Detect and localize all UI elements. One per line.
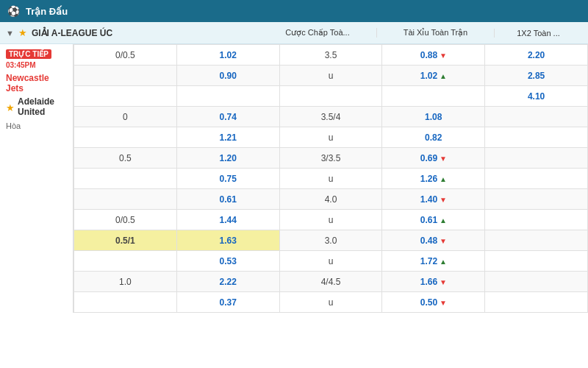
soccer-icon: ⚽ (7, 5, 20, 17)
handicap-value-cell[interactable] (176, 86, 279, 107)
1x2-value-cell[interactable] (485, 169, 588, 189)
app-container: ⚽ Trận Đấu ▼ ★ GIẢI A-LEAGUE ÚC Cược Chấ… (0, 0, 588, 313)
handicap-value-cell[interactable]: 0.37 (176, 292, 279, 313)
handicap-cell (74, 86, 177, 107)
ou-line-cell: 3.5/4 (279, 107, 382, 127)
1x2-value-cell[interactable] (485, 127, 588, 148)
draw-label: Hòa (6, 120, 67, 135)
favorite-star-icon[interactable]: ★ (6, 102, 15, 113)
ou-line-cell: 4.0 (279, 189, 382, 210)
home-team: Newcastle Jets (6, 73, 67, 93)
ou-value-cell[interactable]: 0.50 ▼ (382, 292, 485, 313)
ou-value-cell[interactable]: 0.88 ▼ (382, 45, 485, 66)
handicap-value-cell[interactable]: 0.75 (176, 169, 279, 189)
handicap-cell (74, 66, 177, 86)
1x2-value-cell[interactable] (485, 189, 588, 210)
live-col: TRỰC TIẾP 03:45PM (6, 49, 67, 70)
1x2-value-cell[interactable] (485, 107, 588, 127)
ou-value-cell[interactable]: 1.08 (382, 107, 485, 127)
handicap-value-cell[interactable]: 1.44 (176, 210, 279, 230)
live-badge: TRỰC TIẾP (6, 49, 51, 59)
1x2-value-cell[interactable] (485, 148, 588, 169)
1x2-value-cell[interactable]: 2.85 (485, 66, 588, 86)
handicap-cell: 0.5 (74, 148, 177, 169)
ou-value-cell[interactable]: 1.40 ▼ (382, 189, 485, 210)
1x2-value-cell[interactable] (485, 251, 588, 272)
1x2-value-cell[interactable] (485, 210, 588, 230)
header-title: Trận Đấu (26, 6, 68, 17)
handicap-cell (74, 169, 177, 189)
ou-value-cell[interactable]: 1.02 ▲ (382, 66, 485, 86)
handicap-cell: 1.0 (74, 272, 177, 292)
ou-line-cell: u (279, 292, 382, 313)
handicap-cell (74, 251, 177, 272)
handicap-value-cell[interactable]: 0.53 (176, 251, 279, 272)
1x2-value-cell[interactable]: 2.20 (485, 45, 588, 66)
match-info-panel: TRỰC TIẾP 03:45PM Newcastle Jets ★ Adela… (0, 44, 74, 313)
handicap-value-cell[interactable]: 1.21 (176, 127, 279, 148)
1x2-value-cell[interactable] (485, 292, 588, 313)
chevron-down-icon: ▼ (6, 29, 14, 38)
handicap-value-cell[interactable]: 0.61 (176, 189, 279, 210)
ou-line-cell: u (279, 66, 382, 86)
1x2-value-cell[interactable]: 4.10 (485, 86, 588, 107)
handicap-cell: 0 (74, 107, 177, 127)
main-content: TRỰC TIẾP 03:45PM Newcastle Jets ★ Adela… (0, 44, 588, 313)
ou-line-cell (279, 86, 382, 107)
ou-line-cell: 3/3.5 (279, 148, 382, 169)
ou-line-cell: 4/4.5 (279, 272, 382, 292)
league-name: GIẢI A-LEAGUE ÚC (32, 28, 146, 38)
ou-line-cell: u (279, 210, 382, 230)
col-header-2: Tài Xỉu Toàn Trận (376, 28, 494, 38)
1x2-value-cell[interactable] (485, 272, 588, 292)
col-header-3: 1X2 Toàn ... (494, 29, 582, 38)
handicap-cell: 0.5/1 (74, 230, 177, 251)
ou-value-cell[interactable] (382, 86, 485, 107)
ou-value-cell[interactable]: 0.61 ▲ (382, 210, 485, 230)
handicap-value-cell[interactable]: 0.90 (176, 66, 279, 86)
handicap-cell: 0/0.5 (74, 45, 177, 66)
handicap-value-cell[interactable]: 2.22 (176, 272, 279, 292)
odds-panel: 0/0.51.023.50.88 ▼2.200.90u1.02 ▲2.854.1… (74, 44, 588, 313)
ou-line-cell: u (279, 251, 382, 272)
ou-line-cell: u (279, 127, 382, 148)
handicap-cell (74, 292, 177, 313)
away-team: Adelaide United (18, 96, 67, 117)
team-list: Newcastle Jets ★ Adelaide United Hòa (6, 73, 67, 135)
ou-value-cell[interactable]: 0.48 ▼ (382, 230, 485, 251)
1x2-value-cell[interactable] (485, 230, 588, 251)
col-header-1: Cược Chấp Toà... (259, 28, 376, 38)
ou-value-cell[interactable]: 1.26 ▲ (382, 169, 485, 189)
handicap-cell (74, 189, 177, 210)
ou-line-cell: 3.5 (279, 45, 382, 66)
ou-value-cell[interactable]: 1.66 ▼ (382, 272, 485, 292)
handicap-value-cell[interactable]: 1.20 (176, 148, 279, 169)
ou-line-cell: 3.0 (279, 230, 382, 251)
handicap-cell (74, 127, 177, 148)
handicap-value-cell[interactable]: 0.74 (176, 107, 279, 127)
live-section: TRỰC TIẾP 03:45PM (6, 49, 67, 70)
handicap-value-cell[interactable]: 1.02 (176, 45, 279, 66)
header-bar: ⚽ Trận Đấu (0, 0, 588, 22)
handicap-cell: 0/0.5 (74, 210, 177, 230)
odds-table: 0/0.51.023.50.88 ▼2.200.90u1.02 ▲2.854.1… (74, 44, 588, 313)
league-row[interactable]: ▼ ★ GIẢI A-LEAGUE ÚC Cược Chấp Toà... Tà… (0, 22, 588, 44)
ou-line-cell: u (279, 169, 382, 189)
handicap-value-cell[interactable]: 1.63 (176, 230, 279, 251)
ou-value-cell[interactable]: 0.82 (382, 127, 485, 148)
match-time: 03:45PM (6, 61, 36, 69)
ou-value-cell[interactable]: 0.69 ▼ (382, 148, 485, 169)
ou-value-cell[interactable]: 1.72 ▲ (382, 251, 485, 272)
star-icon[interactable]: ★ (18, 27, 27, 38)
